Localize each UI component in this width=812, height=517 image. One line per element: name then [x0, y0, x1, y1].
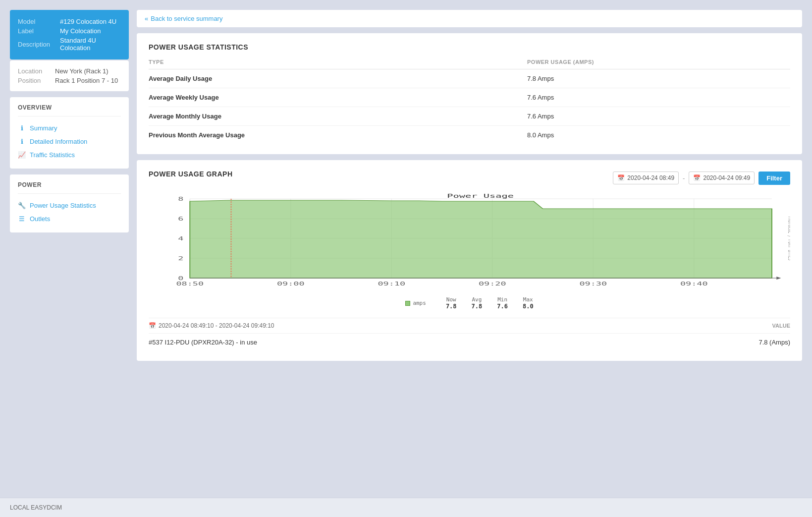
- row-value: 7.6 Amps: [527, 107, 790, 126]
- nav-power-label: Power Usage Statistics: [30, 202, 96, 209]
- svg-text:PROTOCOL / PORT BYTES: PROTOCOL / PORT BYTES: [787, 217, 790, 260]
- footer-text: LOCAL EASYDCIM: [10, 504, 62, 511]
- chart-container: 8 6 4 2 0 08:50 09:00 09:10 09:20 09:30 …: [149, 194, 790, 310]
- avg-value: 7.8: [472, 303, 483, 310]
- svg-text:09:10: 09:10: [378, 281, 405, 287]
- back-link-text: Back to service summary: [151, 15, 222, 22]
- col-power: POWER USAGE (AMPS): [527, 59, 790, 69]
- row-value: 8.0 Amps: [527, 126, 790, 145]
- avg-label: Avg: [472, 296, 483, 303]
- svg-marker-11: [190, 200, 772, 278]
- nav-detailed-info[interactable]: ℹ Detailed Information: [18, 135, 121, 148]
- overview-title: OVERVIEW: [18, 104, 121, 116]
- svg-text:09:40: 09:40: [680, 281, 708, 287]
- overview-section: OVERVIEW ℹ Summary ℹ Detailed Informatio…: [10, 97, 129, 169]
- filter-button[interactable]: Filter: [758, 172, 790, 185]
- calendar-icon: 📅: [149, 322, 156, 329]
- power-stats-card: POWER USAGE STATISTICS TYPE POWER USAGE …: [137, 33, 802, 154]
- power-graph-card: POWER USAGE GRAPH 📅 2020-04-24 08:49 - 📅…: [137, 160, 802, 361]
- now-label: Now: [446, 296, 457, 303]
- position-value: Rack 1 Position 7 - 10: [55, 76, 121, 85]
- nav-traffic-stats[interactable]: 📈 Traffic Statistics: [18, 148, 121, 162]
- chart-legend: amps Now 7.8 Avg 7.8 Min 7.6: [149, 296, 790, 310]
- graph-title: POWER USAGE GRAPH: [149, 170, 233, 178]
- svg-text:6: 6: [178, 216, 183, 222]
- max-value: 8.0: [523, 303, 534, 310]
- info2-icon: ℹ: [18, 138, 26, 145]
- location-card: Location New York (Rack 1) Position Rack…: [10, 60, 129, 91]
- legend-amps-label: amps: [413, 300, 426, 306]
- svg-text:08:50: 08:50: [176, 281, 204, 287]
- power-chart: 8 6 4 2 0 08:50 09:00 09:10 09:20 09:30 …: [149, 194, 790, 293]
- data-row-value: 7.8 (Amps): [758, 339, 790, 346]
- info-icon: ℹ: [18, 124, 26, 132]
- description-label: Description: [18, 36, 60, 53]
- footer: LOCAL EASYDCIM: [0, 498, 812, 517]
- nav-traffic-label: Traffic Statistics: [30, 151, 75, 159]
- data-range-bar: 📅 2020-04-24 08:49:10 - 2020-04-24 09:49…: [149, 318, 790, 333]
- svg-text:09:20: 09:20: [479, 281, 506, 287]
- list-icon: ☰: [18, 215, 26, 223]
- data-range-icon: 📅 2020-04-24 08:49:10 - 2020-04-24 09:49…: [149, 322, 274, 329]
- date-range: 📅 2020-04-24 08:49 - 📅 2020-04-24 09:49 …: [613, 172, 790, 185]
- nav-power-usage[interactable]: 🔧 Power Usage Statistics: [18, 199, 121, 212]
- date-to-value: 2020-04-24 09:49: [703, 174, 750, 181]
- min-value: 7.6: [497, 303, 508, 310]
- nav-summary[interactable]: ℹ Summary: [18, 121, 121, 135]
- label-label: Label: [18, 26, 60, 36]
- calendar-to-icon: 📅: [693, 174, 701, 181]
- model-value: #129 Colocation 4U: [60, 17, 121, 26]
- col-type: TYPE: [149, 59, 527, 69]
- nav-detailed-label: Detailed Information: [30, 138, 87, 145]
- nav-outlets[interactable]: ☰ Outlets: [18, 212, 121, 226]
- legend-stats: Now 7.8 Avg 7.8 Min 7.6 Max: [446, 296, 534, 310]
- svg-text:09:00: 09:00: [277, 281, 305, 287]
- svg-text:09:30: 09:30: [579, 281, 607, 287]
- label-value: My Colocation: [60, 26, 121, 36]
- description-value: Standard 4U Colocation: [60, 36, 121, 53]
- date-from-input[interactable]: 📅 2020-04-24 08:49: [613, 172, 679, 184]
- row-value: 7.6 Amps: [527, 88, 790, 107]
- nav-outlets-label: Outlets: [30, 215, 50, 223]
- svg-text:4: 4: [178, 236, 183, 242]
- svg-text:8: 8: [178, 196, 183, 202]
- row-type: Average Daily Usage: [149, 69, 527, 88]
- now-value: 7.8: [446, 303, 457, 310]
- graph-header: POWER USAGE GRAPH 📅 2020-04-24 08:49 - 📅…: [149, 170, 790, 186]
- sidebar: Model #129 Colocation 4U Label My Coloca…: [10, 10, 129, 238]
- table-row: Average Daily Usage7.8 Amps: [149, 69, 790, 88]
- position-label: Position: [18, 76, 55, 85]
- value-col-header: VALUE: [772, 323, 790, 329]
- row-type: Average Monthly Usage: [149, 107, 527, 126]
- location-label: Location: [18, 66, 55, 76]
- legend-min: Min 7.6: [497, 296, 508, 310]
- date-to-input[interactable]: 📅 2020-04-24 09:49: [689, 172, 755, 184]
- table-row: Average Weekly Usage7.6 Amps: [149, 88, 790, 107]
- max-label: Max: [523, 296, 534, 303]
- table-row: Previous Month Average Usage8.0 Amps: [149, 126, 790, 145]
- power-section: POWER 🔧 Power Usage Statistics ☰ Outlets: [10, 174, 129, 232]
- power-stats-title: POWER USAGE STATISTICS: [149, 43, 790, 51]
- date-separator: -: [683, 174, 685, 182]
- data-row-label: #537 I12-PDU (DPXR20A-32) - in use: [149, 339, 257, 346]
- svg-text:Power Usage: Power Usage: [447, 194, 514, 199]
- row-type: Average Weekly Usage: [149, 88, 527, 107]
- legend-avg: Avg 7.8: [472, 296, 483, 310]
- device-card: Model #129 Colocation 4U Label My Coloca…: [10, 10, 129, 59]
- model-label: Model: [18, 17, 60, 26]
- chart-icon: 📈: [18, 151, 26, 159]
- legend-now: Now 7.8: [446, 296, 457, 310]
- back-bar: « Back to service summary: [137, 10, 802, 27]
- power-title: POWER: [18, 181, 121, 194]
- svg-marker-14: [776, 277, 781, 280]
- power-stats-table: TYPE POWER USAGE (AMPS) Average Daily Us…: [149, 59, 790, 144]
- back-link[interactable]: « Back to service summary: [145, 15, 222, 22]
- calendar-from-icon: 📅: [617, 174, 625, 181]
- data-row: #537 I12-PDU (DPXR20A-32) - in use 7.8 (…: [149, 333, 790, 351]
- nav-summary-label: Summary: [30, 124, 57, 132]
- row-type: Previous Month Average Usage: [149, 126, 527, 145]
- legend-amps: amps: [405, 296, 426, 310]
- chevron-left-icon: «: [145, 15, 148, 22]
- min-label: Min: [497, 296, 508, 303]
- table-row: Average Monthly Usage7.6 Amps: [149, 107, 790, 126]
